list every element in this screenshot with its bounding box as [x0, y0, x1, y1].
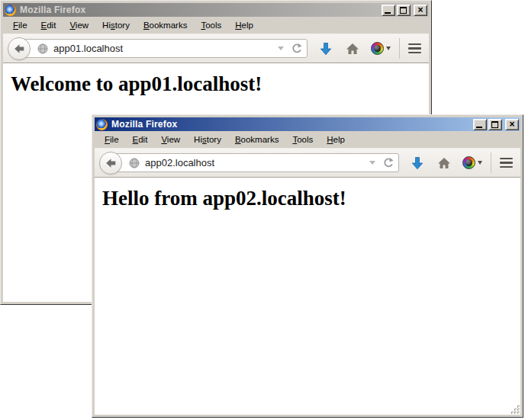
close-icon: × — [414, 5, 427, 15]
menu-file[interactable]: File — [98, 133, 126, 146]
search-engine-dropdown-icon[interactable] — [478, 161, 482, 165]
globe-icon[interactable] — [129, 158, 140, 168]
back-button[interactable] — [99, 152, 122, 175]
home-icon[interactable] — [346, 42, 359, 56]
navigation-toolbar: app01.localhost — [3, 34, 429, 63]
menu-file[interactable]: File — [6, 19, 34, 31]
menu-history[interactable]: History — [95, 19, 137, 31]
menu-bar: File Edit View History Bookmarks Tools H… — [3, 17, 429, 34]
page-content: Hello from app02.localhost! — [95, 178, 520, 415]
window-controls: × — [473, 119, 519, 130]
maximize-icon — [491, 121, 498, 128]
reload-icon[interactable] — [291, 43, 302, 54]
toolbar-separator — [399, 38, 400, 59]
page-heading: Hello from app02.localhost! — [102, 187, 520, 210]
resize-grip[interactable] — [510, 404, 520, 414]
title-bar[interactable]: Mozilla Firefox × — [95, 117, 520, 131]
browser-window-app02[interactable]: Mozilla Firefox × File Edit View History… — [92, 114, 523, 418]
back-icon — [104, 156, 118, 170]
title-bar[interactable]: Mozilla Firefox × — [3, 3, 429, 17]
urlbar-dropdown-icon[interactable] — [278, 46, 284, 50]
menu-help[interactable]: Help — [228, 19, 260, 31]
url-bar[interactable]: app01.localhost — [20, 39, 308, 58]
window-controls: × — [382, 5, 427, 16]
home-icon[interactable] — [437, 156, 451, 170]
minimize-button[interactable] — [473, 119, 487, 130]
close-button[interactable]: × — [505, 119, 519, 130]
minimize-icon — [476, 127, 482, 128]
close-button[interactable]: × — [414, 5, 427, 16]
url-bar[interactable]: app02.localhost — [111, 153, 399, 172]
minimize-icon — [385, 12, 391, 14]
maximize-icon — [400, 7, 407, 14]
window-title: Mozilla Firefox — [111, 119, 471, 130]
toolbar-separator — [491, 152, 491, 173]
menu-history[interactable]: History — [187, 133, 228, 146]
search-engine-button[interactable] — [371, 42, 391, 55]
menu-edit[interactable]: Edit — [126, 133, 155, 146]
search-engine-icon — [462, 156, 475, 169]
menu-icon[interactable] — [408, 42, 421, 56]
minimize-button[interactable] — [382, 5, 395, 16]
search-engine-dropdown-icon[interactable] — [386, 46, 391, 50]
menu-tools[interactable]: Tools — [194, 19, 228, 31]
menu-edit[interactable]: Edit — [34, 19, 63, 31]
menu-view[interactable]: View — [63, 19, 95, 31]
search-engine-button[interactable] — [462, 156, 482, 169]
maximize-button[interactable] — [488, 119, 502, 130]
download-icon[interactable] — [319, 42, 333, 56]
close-icon: × — [506, 119, 518, 130]
urlbar-dropdown-icon[interactable] — [369, 161, 375, 165]
maximize-button[interactable] — [397, 5, 411, 16]
download-icon[interactable] — [411, 156, 424, 170]
menu-view[interactable]: View — [154, 133, 187, 146]
navigation-toolbar: app02.localhost — [95, 148, 520, 178]
firefox-icon — [5, 5, 16, 16]
firefox-icon — [96, 119, 108, 130]
back-button[interactable] — [8, 37, 31, 60]
menu-tools[interactable]: Tools — [285, 133, 320, 146]
menu-bookmarks[interactable]: Bookmarks — [137, 19, 195, 31]
back-icon — [12, 42, 26, 56]
menu-bookmarks[interactable]: Bookmarks — [228, 133, 286, 146]
menu-icon[interactable] — [500, 156, 513, 170]
reload-icon[interactable] — [382, 157, 394, 168]
menu-bar: File Edit View History Bookmarks Tools H… — [95, 131, 520, 148]
window-title: Mozilla Firefox — [20, 5, 379, 15]
globe-icon[interactable] — [37, 43, 48, 54]
menu-help[interactable]: Help — [320, 133, 352, 146]
url-text[interactable]: app02.localhost — [145, 157, 369, 168]
search-engine-icon — [371, 42, 384, 55]
url-text[interactable]: app01.localhost — [53, 43, 278, 54]
page-heading: Welcome to app01.localhost! — [11, 72, 429, 96]
